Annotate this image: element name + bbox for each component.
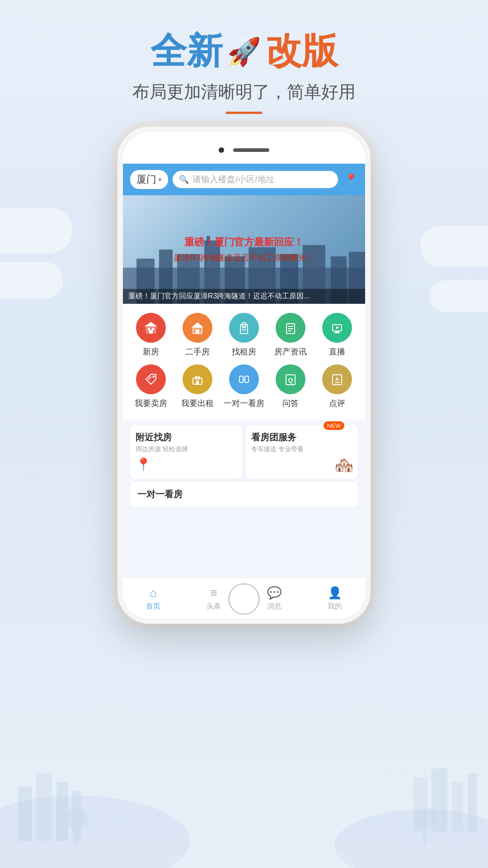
menu-item-live[interactable]: 直播 (317, 313, 357, 357)
svg-rect-28 (288, 328, 293, 329)
rocket-icon: 🚀 (227, 36, 261, 68)
menu-label-lease: 我要出租 (181, 398, 214, 409)
speaker (233, 148, 269, 152)
messages-nav-icon: 💬 (267, 586, 282, 600)
menu-label-qa: 问答 (282, 398, 299, 409)
bg-tree-right (411, 800, 438, 845)
svg-rect-37 (195, 376, 197, 380)
menu-row-1: 新房 二手房 找租房 (127, 313, 361, 357)
svg-marker-31 (336, 326, 339, 329)
menu-label-new-house: 新房 (143, 346, 159, 357)
nearby-card[interactable]: 附近找房 周边房源 轻松选择 📍 (130, 425, 242, 478)
menu-item-review[interactable]: 点评 (317, 364, 357, 409)
bg-cloud-3 (420, 226, 488, 267)
new-house-icon (136, 313, 166, 343)
banner-title: 重磅！厦门官方最新回应！ (184, 236, 304, 250)
menu-label-live: 直播 (329, 346, 345, 357)
phone-notch (123, 132, 365, 164)
second-house-icon (183, 313, 212, 343)
search-placeholder-text: 请输入楼盘/小区/地址 (192, 174, 275, 185)
menu-item-second-house[interactable]: 二手房 (177, 313, 218, 357)
rent-icon (229, 313, 259, 343)
one-on-one-card[interactable]: 一对一看房 (130, 482, 358, 507)
svg-rect-27 (288, 326, 293, 327)
service-row: 附近找房 周边房源 轻松选择 📍 NEW 看房团服务 专车接送 专业带看 🏘️ (123, 425, 365, 478)
building-illustration-icon: 🏘️ (334, 456, 354, 475)
header: 全新 🚀 改版 布局更加清晰明了，简单好用 (0, 27, 488, 114)
menu-label-one-on-one: 一对一看房 (224, 398, 264, 409)
headlines-nav-icon: ≡ (210, 586, 217, 600)
svg-rect-24 (242, 327, 246, 328)
nav-home[interactable]: ⌂ 首页 (123, 586, 183, 611)
review-icon (322, 364, 352, 394)
location-icon[interactable]: 📍 (344, 173, 358, 186)
menu-label-news: 房产资讯 (274, 346, 307, 357)
tour-card[interactable]: NEW 看房团服务 专车接送 专业带看 🏘️ (246, 425, 358, 478)
svg-rect-40 (239, 376, 243, 382)
city-selector[interactable]: 厦门 ▾ (130, 170, 168, 189)
phone-home-button[interactable] (228, 583, 260, 615)
svg-rect-29 (288, 330, 291, 331)
phone-outer: 厦门 ▾ 🔍 请输入楼盘/小区/地址 📍 (117, 127, 371, 624)
bg-cloud-2 (0, 262, 63, 298)
city-name: 厦门 (136, 173, 156, 186)
dropdown-arrow-icon: ▾ (158, 175, 162, 184)
profile-nav-icon: 👤 (328, 586, 342, 600)
svg-marker-17 (145, 322, 157, 326)
search-bar: 厦门 ▾ 🔍 请输入楼盘/小区/地址 📍 (123, 164, 365, 195)
messages-nav-label: 消息 (267, 602, 282, 611)
one-on-one-card-title: 一对一看房 (137, 488, 351, 500)
phone-content: 厦门 ▾ 🔍 请输入楼盘/小区/地址 📍 (123, 164, 365, 618)
nav-profile[interactable]: 👤 我的 (305, 586, 365, 611)
headlines-nav-label: 头条 (206, 602, 221, 611)
menu-item-qa[interactable]: Q 问答 (270, 364, 311, 409)
nearby-sub: 周边房源 轻松选择 (136, 445, 237, 453)
menu-label-rent: 找租房 (232, 346, 256, 357)
svg-point-56 (66, 807, 88, 830)
menu-label-sell: 我要卖房 (135, 398, 167, 409)
news-icon (276, 313, 305, 343)
home-nav-label: 首页 (146, 602, 160, 611)
one-on-one-icon (229, 364, 259, 394)
banner-bottom-text: 重磅！厦门官方回应厦漳R3跨海隧道！迟迟不动工原因... (123, 289, 365, 304)
svg-rect-39 (196, 381, 199, 384)
menu-item-news[interactable]: 房产资讯 (270, 313, 311, 357)
svg-rect-41 (245, 376, 249, 382)
bg-cloud-1 (0, 208, 72, 253)
search-icon: 🔍 (179, 175, 189, 184)
svg-rect-25 (242, 330, 246, 330)
title-part1: 全新 (150, 27, 223, 76)
menu-item-sell[interactable]: 我要卖房 (131, 364, 171, 409)
banner[interactable]: 重磅！厦门官方最新回应！ 厦漳R3跨海隧道迟迟不动工原因曝光！ 重磅！厦门官方回… (123, 195, 365, 304)
svg-rect-47 (18, 787, 32, 841)
banner-text-overlay: 重磅！厦门官方最新回应！ 厦漳R3跨海隧道迟迟不动工原因曝光！ (123, 195, 365, 304)
search-input-wrap[interactable]: 🔍 请输入楼盘/小区/地址 (173, 171, 338, 188)
svg-rect-21 (196, 330, 199, 334)
menu-item-rent[interactable]: 找租房 (224, 313, 264, 357)
qa-icon: Q (276, 364, 305, 394)
tour-title: 看房团服务 (251, 431, 352, 443)
header-subtitle: 布局更加清晰明了，简单好用 (0, 80, 488, 104)
menu-grid: 新房 二手房 找租房 (123, 304, 365, 420)
bg-tree-left (63, 800, 90, 845)
menu-item-new-house[interactable]: 新房 (131, 313, 171, 357)
menu-item-lease[interactable]: 我要出租 (177, 364, 218, 409)
svg-rect-53 (452, 782, 463, 832)
sell-icon (136, 364, 166, 394)
live-icon (322, 313, 352, 343)
new-badge: NEW (324, 421, 344, 430)
svg-rect-57 (423, 827, 427, 845)
svg-rect-16 (149, 330, 153, 334)
svg-rect-38 (198, 376, 200, 380)
svg-rect-55 (75, 827, 79, 845)
profile-nav-label: 我的 (328, 602, 342, 611)
header-title: 全新 🚀 改版 (0, 27, 488, 76)
bg-cloud-4 (429, 280, 488, 312)
menu-item-one-on-one[interactable]: 一对一看房 (224, 364, 264, 409)
svg-marker-18 (192, 322, 203, 327)
svg-point-34 (152, 376, 155, 378)
lease-icon (183, 364, 212, 394)
svg-rect-15 (152, 328, 154, 330)
svg-rect-54 (468, 773, 477, 832)
front-camera (219, 147, 224, 153)
